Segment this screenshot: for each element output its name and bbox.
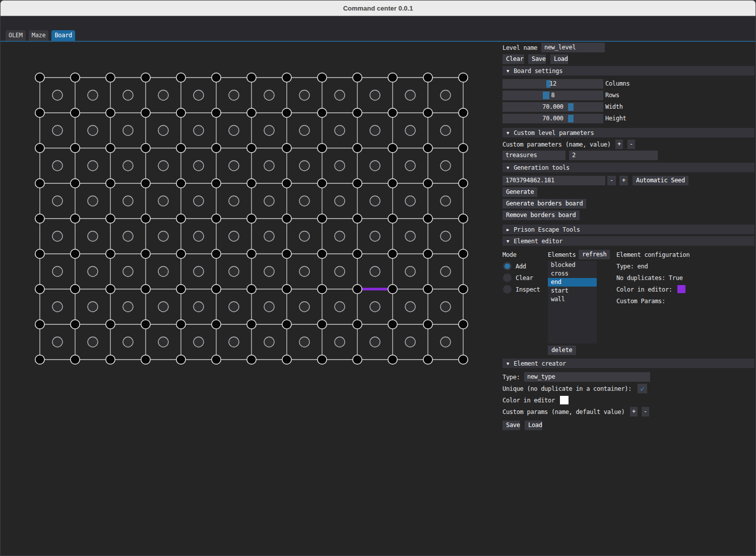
radio-circle-icon bbox=[503, 285, 512, 294]
list-item-wall[interactable]: wall bbox=[548, 295, 597, 304]
unique-checkbox[interactable]: ✓ bbox=[638, 384, 647, 393]
list-item-end[interactable]: end bbox=[548, 278, 597, 287]
level-name-input[interactable]: new_level bbox=[541, 43, 605, 52]
element-type-text: Type: end bbox=[616, 262, 648, 271]
list-item-start[interactable]: start bbox=[548, 287, 597, 295]
remove-param-button[interactable]: - bbox=[627, 140, 635, 149]
height-slider[interactable]: 70.000 bbox=[502, 114, 603, 123]
width-slider[interactable]: 70.000 bbox=[502, 102, 603, 112]
generate-borders-button[interactable]: Generate borders board bbox=[502, 199, 586, 208]
creator-remove-param-button[interactable]: - bbox=[642, 407, 649, 416]
creator-type-label: Type: bbox=[502, 373, 520, 382]
rows-label: Rows bbox=[605, 91, 619, 100]
creator-unique-label: Unique (no duplicate in a container): bbox=[502, 384, 632, 393]
load-button[interactable]: Load bbox=[550, 54, 568, 64]
app-window: Command center 0.0.1 OLEM Maze Board Lev… bbox=[0, 0, 756, 556]
creator-type-input[interactable]: new_type bbox=[524, 372, 650, 382]
seed-input[interactable]: 1703794862.181 bbox=[502, 176, 605, 185]
param-name-input[interactable]: treasures bbox=[502, 151, 565, 160]
add-param-button[interactable]: + bbox=[615, 140, 623, 149]
creator-save-button[interactable]: Save bbox=[502, 421, 520, 430]
clear-button[interactable]: Clear bbox=[502, 54, 524, 64]
list-item-blocked[interactable]: blocked bbox=[548, 261, 597, 269]
radio-circle-icon bbox=[503, 262, 512, 270]
columns-label: Columns bbox=[605, 79, 629, 88]
param-value-input[interactable]: 2 bbox=[569, 151, 658, 160]
columns-slider[interactable]: 12 bbox=[502, 79, 603, 89]
check-icon: ✓ bbox=[640, 384, 645, 393]
level-name-label: Level name bbox=[502, 43, 537, 52]
elements-label: Elements bbox=[548, 250, 576, 259]
width-label: Width bbox=[605, 102, 623, 111]
collapse-arrow-icon: ▼ bbox=[507, 68, 509, 74]
element-configuration-label: Element configuration bbox=[616, 250, 689, 259]
element-no-duplicates-text: No duplicates: True bbox=[616, 273, 683, 283]
creator-color-swatch[interactable] bbox=[560, 396, 569, 404]
radio-circle-icon bbox=[503, 273, 512, 282]
seed-increment-button[interactable]: + bbox=[619, 176, 628, 185]
header-element-editor[interactable]: ▼ Element editor bbox=[502, 236, 754, 246]
creator-add-param-button[interactable]: + bbox=[630, 407, 638, 416]
header-generation-tools[interactable]: ▼ Generation tools bbox=[502, 163, 754, 172]
elements-listbox: blocked cross end start wall bbox=[548, 261, 597, 343]
collapse-arrow-icon: ▼ bbox=[507, 165, 509, 170]
header-board-settings[interactable]: ▼ Board settings bbox=[502, 66, 754, 76]
mode-radio-clear[interactable]: Clear bbox=[503, 273, 533, 282]
save-button[interactable]: Save bbox=[528, 54, 546, 64]
collapse-arrow-icon: ▼ bbox=[507, 361, 509, 366]
element-color-label: Color in editor: bbox=[616, 285, 672, 294]
collapse-arrow-icon: ▼ bbox=[507, 239, 509, 244]
rows-slider[interactable]: 8 bbox=[502, 91, 603, 100]
generate-button[interactable]: Generate bbox=[502, 187, 537, 197]
refresh-button[interactable]: refresh bbox=[579, 250, 610, 259]
creator-color-label: Color in editor bbox=[502, 396, 555, 405]
element-custom-params-text: Custom Params: bbox=[616, 297, 665, 306]
mode-label: Mode bbox=[502, 250, 517, 259]
automatic-seed-button[interactable]: Automatic Seed bbox=[633, 176, 688, 185]
header-prison-escape-tools[interactable]: ▶ Prison Escape Tools bbox=[502, 225, 754, 234]
mode-radio-inspect[interactable]: Inspect bbox=[503, 285, 540, 294]
header-element-creator[interactable]: ▼ Element creator bbox=[502, 359, 754, 368]
header-custom-level-parameters[interactable]: ▼ Custom level parameters bbox=[502, 128, 754, 137]
list-item-cross[interactable]: cross bbox=[548, 269, 597, 278]
element-color-swatch[interactable] bbox=[677, 285, 685, 293]
creator-load-button[interactable]: Load bbox=[525, 421, 542, 430]
seed-decrement-button[interactable]: - bbox=[607, 176, 616, 185]
height-label: Height bbox=[605, 114, 626, 123]
mode-radio-add[interactable]: Add bbox=[503, 262, 526, 270]
custom-params-label: Custom parameters (name, value) bbox=[502, 140, 611, 149]
remove-borders-button[interactable]: Remove borders board bbox=[502, 211, 580, 220]
collapse-arrow-icon: ▼ bbox=[507, 130, 509, 135]
creator-custom-params-label: Custom params (name, default value) bbox=[502, 407, 624, 416]
delete-button[interactable]: delete bbox=[548, 345, 576, 355]
collapsed-arrow-icon: ▶ bbox=[507, 227, 509, 232]
